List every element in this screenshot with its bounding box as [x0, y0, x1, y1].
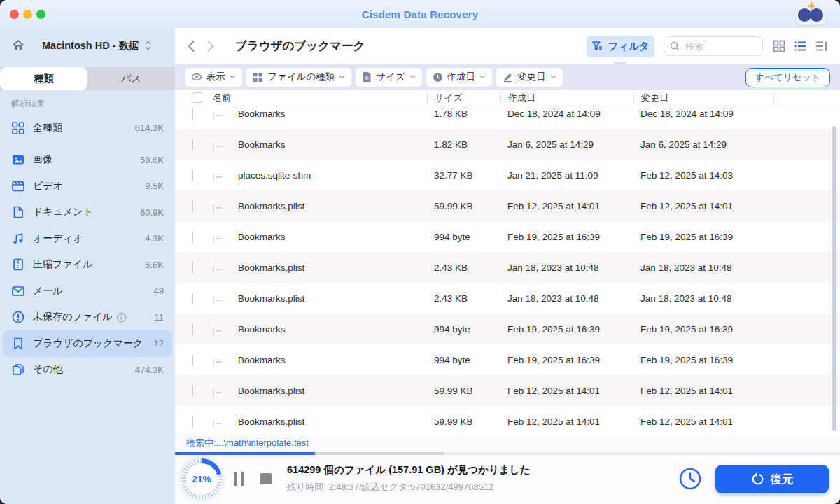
table-row[interactable]: Bookmarks.plist 2.43 KB Jan 18, 2023 at … [175, 283, 840, 314]
section-label: 解析結果 [11, 98, 45, 110]
grid-icon [11, 121, 25, 135]
sidebar-item-unsaved-files[interactable]: 未保存のファイル 11 [3, 304, 172, 331]
file-name: Bookmarks.plist [238, 293, 427, 304]
sidebar-item-count: 9.5K [145, 181, 164, 191]
drive-selector[interactable]: Macintosh HD - 数据 [0, 34, 175, 57]
column-header-created[interactable]: 作成日 [500, 92, 634, 104]
sidebar-item-all-types[interactable]: 全種類 614.3K [3, 115, 172, 141]
row-checkbox[interactable] [192, 262, 193, 274]
filter-chip-modified[interactable]: 変更日 [496, 68, 563, 87]
row-checkbox[interactable] [192, 108, 193, 120]
filter-button-label: フィルタ [608, 40, 649, 53]
sidebar-item-videos[interactable]: ビデオ 9.5K [3, 173, 172, 200]
file-size: 2.43 KB [427, 262, 500, 273]
row-checkbox[interactable] [192, 139, 193, 150]
detail-view-icon[interactable] [814, 39, 828, 53]
table-row[interactable]: Bookmarks.plist 59.99 KB Feb 12, 2025 at… [175, 406, 840, 434]
pencil-icon [503, 72, 513, 83]
select-all-checkbox[interactable] [192, 92, 202, 103]
forward-button[interactable] [203, 38, 218, 55]
tab-type[interactable]: 種類 [0, 67, 88, 90]
filter-chip-size[interactable]: サイズ [356, 68, 421, 87]
file-modified: Jan 6, 2025 at 14:29 [634, 139, 774, 150]
exclamation-circle-icon [11, 310, 25, 324]
table-row[interactable]: Bookmarks 994 byte Feb 19, 2025 at 16:39… [175, 344, 840, 375]
file-created: Dec 18, 2024 at 14:09 [500, 108, 634, 119]
list-view-icon[interactable] [793, 39, 807, 53]
bookmark-icon [11, 337, 25, 351]
filter-button[interactable]: フィルタ [587, 36, 654, 57]
table-row[interactable]: Bookmarks 994 byte Feb 19, 2025 at 16:39… [175, 221, 840, 252]
sidebar-item-label: その他 [33, 363, 63, 376]
sidebar-item-others[interactable]: その他 474.3K [3, 357, 172, 384]
row-checkbox[interactable] [192, 416, 193, 428]
tab-path[interactable]: パス [88, 67, 175, 90]
file-name: places.sqlite-shm [238, 170, 427, 181]
table-row[interactable]: Bookmarks.plist 59.99 KB Feb 12, 2025 at… [175, 190, 840, 221]
row-checkbox[interactable] [192, 293, 193, 304]
sidebar-item-count: 49 [154, 286, 164, 296]
file-name: Bookmarks.plist [238, 416, 427, 427]
sidebar-item-audio[interactable]: オーディオ 4.3K [3, 225, 172, 252]
table-row[interactable]: Bookmarks.plist 59.99 KB Feb 12, 2025 at… [175, 375, 840, 406]
file-size: 994 byte [427, 324, 500, 335]
grid-view-icon[interactable] [772, 39, 786, 53]
recover-button-label: 復元 [771, 472, 794, 487]
sidebar-item-label: ブラウザのブックマーク [33, 337, 143, 350]
reset-all-button[interactable]: すべてリセット [746, 68, 830, 88]
column-header-name[interactable]: 名前 [213, 92, 427, 104]
chip-label: ファイルの種類 [267, 71, 335, 83]
bottom-bar: 21% 614299 個のファイル (157.91 GB) が見つかりました 残… [175, 455, 840, 504]
filter-chip-created[interactable]: 作成日 [426, 68, 493, 87]
file-name: Bookmarks [238, 355, 427, 365]
file-created: Jan 6, 2025 at 14:29 [500, 139, 634, 150]
stop-button[interactable] [260, 473, 272, 484]
sidebar-item-label: ビデオ [33, 180, 63, 192]
file-modified: Feb 19, 2025 at 16:39 [634, 324, 774, 335]
file-modified: Feb 12, 2025 at 14:01 [634, 416, 774, 427]
row-checkbox[interactable] [192, 231, 193, 243]
file-name: Bookmarks [238, 139, 427, 150]
account-mascot-icon[interactable] [795, 2, 827, 26]
vertical-scrollbar[interactable] [832, 126, 836, 431]
filter-chip-file-type[interactable]: ファイルの種類 [246, 68, 351, 87]
table-row[interactable]: Bookmarks 1.78 KB Dec 18, 2024 at 14:09 … [175, 106, 840, 129]
document-icon [11, 205, 25, 219]
pause-button[interactable] [234, 472, 245, 486]
column-header-size[interactable]: サイズ [427, 92, 500, 104]
app-window: Cisdem Data Recovery Macintosh HD - 数据 種… [0, 0, 840, 504]
file-name: Bookmarks.plist [238, 201, 427, 211]
table-row[interactable]: places.sqlite-shm 32.77 KB Jan 21, 2025 … [175, 160, 840, 190]
search-input[interactable] [684, 41, 757, 52]
sidebar-item-browser-bookmarks[interactable]: ブラウザのブックマーク 12 [3, 330, 172, 357]
file-icon [213, 231, 214, 243]
recover-button[interactable]: 復元 [715, 465, 829, 493]
sidebar-item-label: メール [33, 285, 63, 298]
row-checkbox[interactable] [192, 169, 193, 181]
file-name: Bookmarks [238, 232, 427, 242]
sidebar-item-documents[interactable]: ドキュメント 60.9K [3, 200, 172, 226]
row-checkbox[interactable] [192, 323, 193, 335]
sidebar-item-count: 60.9K [140, 207, 164, 218]
table-row[interactable]: Bookmarks.plist 2.43 KB Jan 18, 2023 at … [175, 252, 840, 283]
chevron-down-icon [410, 75, 416, 79]
history-clock-icon[interactable] [678, 467, 702, 491]
sidebar-item-archives[interactable]: 圧縮ファイル 6.6K [3, 252, 172, 279]
table-row[interactable]: Bookmarks 1.82 KB Jan 6, 2025 at 14:29 J… [175, 129, 840, 160]
home-icon[interactable] [11, 38, 25, 52]
sidebar-item-images[interactable]: 画像 58.6K [3, 147, 172, 174]
file-size: 59.99 KB [427, 416, 500, 427]
sidebar-item-mail[interactable]: メール 49 [3, 278, 172, 304]
info-icon[interactable] [116, 312, 127, 323]
column-header-modified[interactable]: 変更日 [634, 92, 774, 104]
row-checkbox[interactable] [192, 354, 193, 366]
file-modified: Dec 18, 2024 at 14:09 [634, 108, 774, 119]
table-row[interactable]: Bookmarks 994 byte Feb 19, 2025 at 16:39… [175, 314, 840, 344]
back-button[interactable] [183, 38, 199, 55]
row-checkbox[interactable] [192, 200, 193, 212]
filter-chip-display[interactable]: 表示 [185, 68, 242, 87]
chevron-down-icon [550, 75, 556, 79]
search-box[interactable] [664, 36, 763, 56]
row-checkbox[interactable] [192, 385, 193, 397]
file-icon [213, 354, 214, 366]
